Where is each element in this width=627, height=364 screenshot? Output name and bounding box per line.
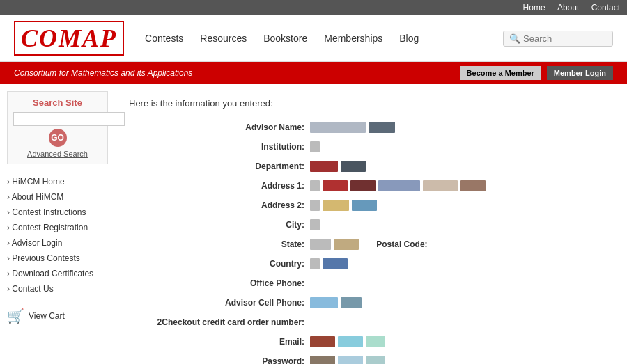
sidebar: Search Site GO Advanced Search HiMCM Hom… [0, 91, 115, 364]
redacted-block [338, 336, 363, 347]
sidebar-item-advisor-login[interactable]: Advisor Login [7, 235, 108, 251]
institution-label: Institution: [143, 142, 310, 152]
view-cart-label: View Cart [29, 311, 65, 321]
main-content: Here is the information you entered: Adv… [115, 91, 627, 364]
country-row: Country: [143, 256, 613, 271]
redacted-block [310, 336, 335, 347]
postal-code-label: Postal Code: [369, 239, 433, 249]
nav-resources[interactable]: Resources [200, 33, 247, 44]
redacted-block [369, 122, 395, 133]
redacted-block [310, 356, 335, 364]
nav-blog[interactable]: Blog [399, 33, 419, 44]
intro-text: Here is the information you entered: [129, 98, 613, 109]
content-area: Search Site GO Advanced Search HiMCM Hom… [0, 84, 627, 364]
office-phone-row: Office Phone: [143, 276, 613, 291]
state-value: Postal Code: [310, 239, 433, 250]
contact-link[interactable]: Contact [591, 3, 620, 13]
home-link[interactable]: Home [523, 3, 545, 13]
sidebar-nav: HiMCM Home About HiMCM Contest Instructi… [7, 174, 108, 296]
red-banner: Consortium for Mathematics and its Appli… [0, 62, 627, 84]
sidebar-item-about-himcm[interactable]: About HiMCM [7, 189, 108, 205]
search-box[interactable]: 🔍 [503, 31, 613, 47]
advisor-name-value [310, 122, 395, 133]
sidebar-item-contact-us[interactable]: Contact Us [7, 281, 108, 296]
nav-contests[interactable]: Contests [145, 33, 183, 44]
address2-value [310, 200, 377, 211]
institution-value [310, 141, 320, 152]
search-site-title: Search Site [13, 97, 102, 108]
redacted-block [366, 336, 385, 347]
nav-bookstore[interactable]: Bookstore [263, 33, 307, 44]
search-input[interactable] [523, 33, 607, 44]
redacted-block [310, 122, 366, 133]
redacted-block [310, 141, 320, 152]
sidebar-item-contest-registration[interactable]: Contest Registration [7, 220, 108, 235]
redacted-block [310, 180, 320, 191]
redacted-block [423, 180, 458, 191]
redacted-block [310, 258, 320, 269]
checkout-row: 2Checkout credit card order number: [143, 315, 613, 330]
password-value [310, 356, 385, 364]
sidebar-search-input[interactable] [13, 112, 125, 126]
address1-row: Address 1: [143, 178, 613, 193]
redacted-block [310, 219, 320, 230]
sidebar-item-previous-contests[interactable]: Previous Contests [7, 251, 108, 266]
redacted-block [323, 200, 349, 211]
banner-buttons: Become a Member Member Login [460, 66, 613, 80]
about-link[interactable]: About [557, 3, 579, 13]
redacted-block [310, 239, 331, 250]
state-label: State: [143, 239, 310, 249]
cell-phone-row: Advisor Cell Phone: [143, 295, 613, 310]
department-value [310, 161, 366, 172]
top-bar: Home About Contact [0, 0, 627, 15]
city-label: City: [143, 220, 310, 230]
become-member-button[interactable]: Become a Member [460, 66, 541, 80]
main-nav: Contests Resources Bookstore Memberships… [145, 33, 503, 44]
city-value [310, 219, 320, 230]
sidebar-item-download-certificates[interactable]: Download Certificates [7, 266, 108, 281]
form-table: Advisor Name: Institution: Department: [143, 120, 613, 364]
redacted-block [366, 356, 385, 364]
password-label: Password: [143, 356, 310, 364]
redacted-block [460, 180, 486, 191]
redacted-block [338, 356, 363, 364]
redacted-block [323, 180, 348, 191]
office-phone-label: Office Phone: [143, 278, 310, 288]
email-label: Email: [143, 337, 310, 347]
redacted-block [334, 239, 359, 250]
email-value [310, 336, 385, 347]
redacted-block [323, 258, 348, 269]
nav-memberships[interactable]: Memberships [324, 33, 382, 44]
address1-value [310, 180, 486, 191]
address2-row: Address 2: [143, 198, 613, 213]
institution-row: Institution: [143, 139, 613, 155]
state-row: State: Postal Code: [143, 237, 613, 252]
sidebar-item-contest-instructions[interactable]: Contest Instructions [7, 205, 108, 220]
redacted-block [310, 161, 338, 172]
advisor-name-label: Advisor Name: [143, 122, 310, 132]
logo: COMAP [14, 21, 124, 56]
department-row: Department: [143, 159, 613, 174]
redacted-block [341, 161, 366, 172]
cell-phone-label: Advisor Cell Phone: [143, 298, 310, 308]
redacted-block [378, 180, 420, 191]
member-login-button[interactable]: Member Login [547, 66, 613, 80]
country-label: Country: [143, 259, 310, 269]
sidebar-search-row [13, 112, 102, 126]
address1-label: Address 1: [143, 181, 310, 191]
banner-tagline: Consortium for Mathematics and its Appli… [14, 68, 192, 78]
view-cart[interactable]: 🛒 View Cart [7, 308, 108, 324]
sidebar-item-himcm-home[interactable]: HiMCM Home [7, 174, 108, 189]
country-value [310, 258, 348, 269]
search-icon: 🔍 [509, 33, 520, 44]
checkout-label: 2Checkout credit card order number: [143, 317, 310, 327]
header: COMAP Contests Resources Bookstore Membe… [0, 15, 627, 62]
go-button[interactable]: GO [49, 129, 67, 147]
city-row: City: [143, 217, 613, 232]
redacted-block [310, 297, 338, 308]
redacted-block [310, 200, 320, 211]
email-row: Email: [143, 334, 613, 349]
redacted-block [352, 200, 377, 211]
cell-phone-value [310, 297, 362, 308]
advanced-search-link[interactable]: Advanced Search [13, 150, 102, 158]
